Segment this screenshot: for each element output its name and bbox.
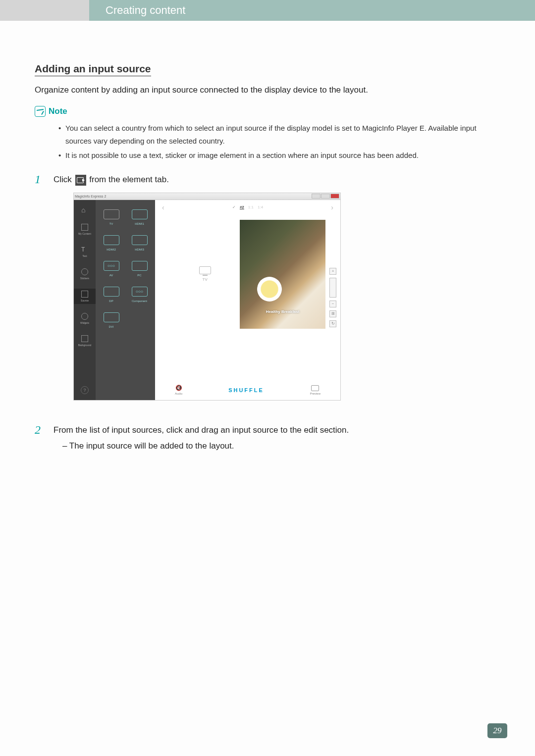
page-number: 29 [487, 723, 507, 738]
source-hdmi2[interactable]: HDMI2 [99, 232, 124, 254]
widgets-icon [81, 313, 88, 320]
note-list: You can select a country from which to s… [35, 122, 500, 162]
preview-icon [311, 385, 319, 391]
source-dp[interactable]: DP [99, 283, 124, 306]
sub-step: – The input source will be added to the … [54, 441, 500, 451]
step-text-post: from the element tab. [87, 175, 169, 184]
reset-tool[interactable]: ↻ [329, 320, 336, 327]
pc-icon [132, 261, 148, 271]
canvas-content: TV Healthy Breakfast [170, 220, 325, 329]
sidebar-mycontent[interactable]: My Content [74, 222, 96, 237]
ratio[interactable]: 1:1 [248, 205, 254, 209]
sidebar-text[interactable]: TText [74, 244, 96, 259]
tv-icon [104, 209, 119, 219]
bottom-bar: 🔇 Audio SHUFFLE Preview [155, 380, 340, 400]
section-title: Adding an input source [35, 63, 151, 76]
stickers-icon [81, 268, 88, 275]
preview-button[interactable]: Preview [310, 385, 321, 395]
food-image[interactable]: Healthy Breakfast [240, 220, 325, 329]
note-label: Note [49, 106, 67, 116]
source-tv[interactable]: TV [99, 206, 124, 229]
app-body: My Content TText Stickers Source Widgets… [74, 200, 340, 400]
help-button[interactable]: ? [81, 386, 89, 394]
dvi-icon [104, 312, 119, 322]
step-body: From the list of input sources, click an… [54, 423, 500, 451]
layout-ratios: #2 1:1 1:4 [232, 205, 263, 209]
main-area: ‹ #2 1:1 1:4 › [155, 200, 340, 400]
window-title: MagicInfo Express 2 [75, 195, 106, 198]
zoom-slider[interactable] [329, 278, 336, 298]
canvas-topbar: ‹ #2 1:1 1:4 › [155, 200, 340, 215]
note-icon [35, 106, 46, 117]
intro-text: Organize content by adding an input sour… [35, 85, 500, 95]
tv-placeholder-icon [199, 266, 211, 274]
check-icon [232, 205, 236, 209]
source-pc[interactable]: PC [127, 257, 152, 280]
dp-icon [104, 287, 119, 297]
note-item: It is not possible to use a text, sticke… [58, 149, 500, 162]
source-av[interactable]: ⊙⊙⊙AV [99, 257, 124, 280]
ratio[interactable]: 1:4 [258, 205, 263, 209]
step-text-pre: Click [54, 175, 74, 184]
ratio[interactable]: #2 [240, 205, 244, 209]
prev-arrow-icon[interactable]: ‹ [162, 203, 164, 211]
note-header: Note [35, 106, 500, 117]
tv-label: TV [203, 277, 208, 282]
sidebar-background[interactable]: Background [74, 333, 96, 349]
header-title: Creating content [97, 0, 535, 21]
content-icon [81, 224, 88, 231]
canvas[interactable]: TV Healthy Breakfast + − ⊞ [155, 215, 340, 380]
header-left-block [0, 0, 97, 21]
source-component[interactable]: ⊙⊙⊙Component [127, 283, 152, 306]
source-icon [75, 175, 86, 186]
app-screenshot: MagicInfo Express 2 My Content TText Sti… [73, 193, 341, 401]
home-icon [81, 206, 88, 213]
page-content: Adding an input source Organize content … [0, 21, 535, 451]
hdmi-icon [104, 235, 119, 245]
background-icon [81, 335, 88, 342]
note-item: You can select a country from which to s… [58, 122, 500, 147]
tv-zone[interactable]: TV [170, 220, 240, 329]
close-button[interactable] [330, 194, 339, 199]
step-1: 1 Click from the element tab. MagicInfo … [35, 173, 500, 415]
sidebar-home[interactable] [74, 204, 96, 215]
text-icon: T [81, 246, 88, 253]
sidebar-widgets[interactable]: Widgets [74, 311, 96, 326]
source-panel: TV HDMI1 HDMI2 HDMI3 ⊙⊙⊙AV PC DP ⊙⊙⊙Comp… [96, 200, 155, 400]
next-arrow-icon[interactable]: › [331, 203, 333, 211]
audio-icon: 🔇 [175, 385, 182, 391]
page-header: Creating content [0, 0, 535, 21]
hdmi-icon [132, 209, 148, 219]
audio-button[interactable]: 🔇 Audio [175, 385, 182, 395]
add-tool[interactable]: + [329, 268, 336, 275]
hdmi-icon [132, 235, 148, 245]
step-2: 2 From the list of input sources, click … [35, 423, 500, 451]
source-tab-icon [81, 291, 88, 298]
step-number: 1 [35, 173, 45, 415]
av-icon: ⊙⊙⊙ [104, 261, 119, 271]
sidebar-source[interactable]: Source [74, 289, 96, 304]
canvas-tools: + − ⊞ ↻ [329, 268, 336, 327]
sidebar: My Content TText Stickers Source Widgets… [74, 200, 96, 400]
sidebar-stickers[interactable]: Stickers [74, 266, 96, 282]
fit-tool[interactable]: ⊞ [329, 310, 336, 317]
shuffle-button[interactable]: SHUFFLE [228, 387, 264, 393]
window-titlebar: MagicInfo Express 2 [74, 193, 340, 200]
component-icon: ⊙⊙⊙ [132, 287, 148, 297]
source-dvi[interactable]: DVI [99, 309, 124, 332]
remove-tool[interactable]: − [329, 301, 336, 307]
minimize-button[interactable] [312, 194, 321, 199]
step-body: Click from the element tab. MagicInfo Ex… [54, 173, 500, 415]
window-buttons [312, 194, 339, 199]
maximize-button[interactable] [321, 194, 330, 199]
source-hdmi1[interactable]: HDMI1 [127, 206, 152, 229]
food-caption: Healthy Breakfast [266, 309, 300, 314]
step-number: 2 [35, 423, 45, 451]
note-block: Note You can select a country from which… [35, 106, 500, 162]
source-hdmi3[interactable]: HDMI3 [127, 232, 152, 254]
step-text: From the list of input sources, click an… [54, 425, 349, 435]
